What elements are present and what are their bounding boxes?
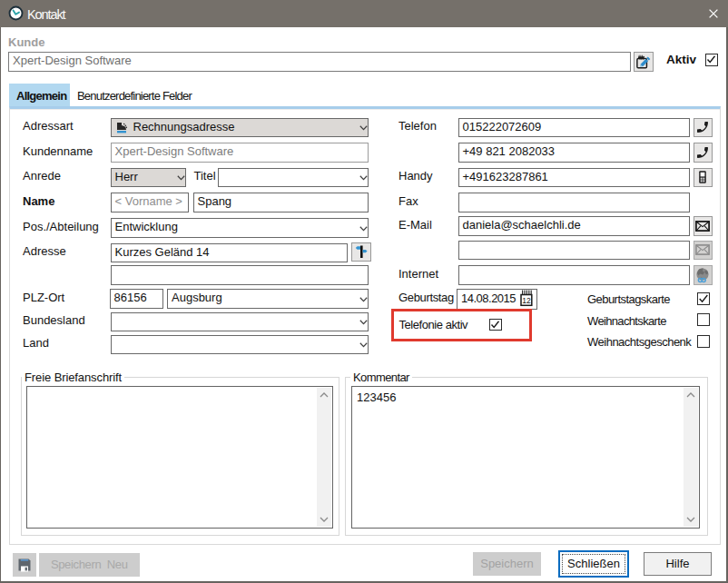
- svg-text:12: 12: [522, 296, 531, 305]
